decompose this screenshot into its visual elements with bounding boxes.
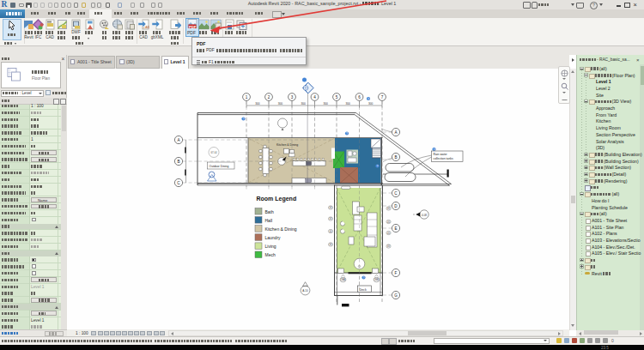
svg-text:4: 4 xyxy=(313,95,316,100)
svg-text:300: 300 xyxy=(255,102,260,106)
svg-text:7: 7 xyxy=(381,95,384,100)
svg-text:Living: Living xyxy=(265,244,276,249)
svg-text:PDF: PDF xyxy=(189,24,197,28)
svg-text:300: 300 xyxy=(324,102,329,106)
svg-text:?: ? xyxy=(377,165,379,168)
svg-text:36A: 36A xyxy=(341,278,345,281)
svg-text:4-08: 4-08 xyxy=(422,214,427,217)
svg-text:F: F xyxy=(395,271,398,275)
svg-text:B: B xyxy=(177,160,179,164)
svg-text:36B: 36B xyxy=(374,278,379,281)
svg-text:B: B xyxy=(394,155,397,160)
svg-text:300: 300 xyxy=(278,102,283,106)
svg-text:5: 5 xyxy=(336,95,338,100)
svg-text:Hall: Hall xyxy=(265,218,273,223)
svg-text:?: ? xyxy=(346,132,348,136)
svg-text:300: 300 xyxy=(301,102,307,106)
svg-text:Room Legend: Room Legend xyxy=(257,196,297,202)
svg-text:Rain water: Rain water xyxy=(434,153,448,156)
svg-text:Bath: Bath xyxy=(265,209,275,214)
svg-text:Kitchen & Dining: Kitchen & Dining xyxy=(265,226,297,232)
svg-text:A-10: A-10 xyxy=(302,289,308,293)
svg-text:300: 300 xyxy=(346,102,351,106)
svg-text:2: 2 xyxy=(268,95,270,100)
svg-text:Laundry: Laundry xyxy=(265,235,282,240)
svg-text:?: ? xyxy=(243,118,245,121)
svg-text:67.04: 67.04 xyxy=(211,151,217,154)
svg-text:Outdoor Dining: Outdoor Dining xyxy=(210,165,229,168)
svg-text:?: ? xyxy=(368,98,369,101)
svg-text:6: 6 xyxy=(358,95,361,100)
svg-text:E: E xyxy=(394,226,397,231)
svg-text:Deck: Deck xyxy=(360,288,367,292)
svg-text:?: ? xyxy=(363,276,365,280)
svg-text:Mech: Mech xyxy=(265,252,276,257)
svg-text:Kitchen & Dining: Kitchen & Dining xyxy=(276,143,298,147)
svg-text:300: 300 xyxy=(368,102,374,106)
svg-text:G: G xyxy=(394,293,398,298)
svg-text:1: 1 xyxy=(246,95,248,100)
svg-text:collection tanks: collection tanks xyxy=(434,157,453,160)
svg-text:3: 3 xyxy=(291,95,294,100)
